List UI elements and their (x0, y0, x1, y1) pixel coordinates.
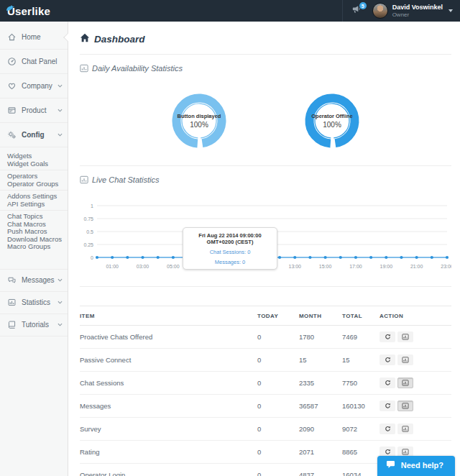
sidebar-item-statistics[interactable]: Statistics (0, 292, 68, 314)
chart-data-point[interactable] (324, 256, 327, 259)
chevron-down-icon (58, 108, 63, 113)
submenu-group: OperatorsOperator Groups (0, 170, 68, 191)
divider (80, 54, 451, 55)
sidebar-item-home[interactable]: Home (0, 25, 68, 50)
refresh-button[interactable] (380, 331, 395, 342)
sidebar-item-label: Config (22, 131, 45, 139)
x-axis-tick-label: 05:00 (167, 264, 180, 269)
cell-total: 7469 (342, 326, 380, 349)
chart-button[interactable] (397, 354, 413, 365)
x-axis-tick-label: 21:00 (410, 264, 423, 269)
submenu-group: Chat TopicsChat MacrosPush MacrosDownloa… (0, 211, 68, 253)
cell-total: 9072 (342, 418, 380, 441)
home-icon (80, 33, 90, 45)
x-axis-tick-label: 23:00 (441, 264, 451, 269)
table-row-proactive-chats-offered: Proactive Chats Offered017807469 (80, 326, 451, 349)
submenu-item-api-settings[interactable]: API Settings (7, 201, 60, 209)
sidebar-item-messages[interactable]: Messages (0, 270, 68, 292)
sidebar-item-tutorials[interactable]: Tutorials (0, 314, 68, 337)
donut-chart-button-displayed[interactable]: Button displayed 100% (170, 92, 228, 150)
cell-today: 0 (257, 441, 299, 464)
chart-data-point[interactable] (96, 256, 98, 259)
userlike-logo[interactable]: Userlike (7, 5, 50, 17)
submenu-item-operators[interactable]: Operators (7, 173, 60, 180)
chat-bubbles-icon (7, 275, 17, 285)
chart-button[interactable] (397, 401, 413, 411)
cell-item: Passive Connect (80, 349, 257, 372)
page-title: Dashboard (80, 33, 451, 45)
chart-button[interactable] (397, 424, 413, 434)
section-live-chat: Live Chat Statistics (80, 175, 451, 184)
sidebar-item-label: Statistics (22, 298, 50, 306)
table-row-survey: Survey020909072 (80, 418, 451, 441)
sidebar-item-product[interactable]: Product (0, 99, 68, 123)
chart-data-point[interactable] (369, 256, 372, 259)
y-axis-tick-label: 0.75 (83, 216, 93, 221)
chart-data-point[interactable] (157, 256, 160, 259)
donut-ring (303, 92, 361, 152)
chart-data-point[interactable] (172, 256, 175, 259)
refresh-button[interactable] (380, 401, 395, 411)
chart-button[interactable] (397, 331, 413, 342)
user-menu[interactable]: David Voswinkel Owner (369, 3, 460, 19)
refresh-button[interactable] (380, 377, 395, 388)
need-help-button[interactable]: Need help? (377, 456, 455, 476)
x-axis-tick-label: 13:00 (288, 264, 301, 269)
y-axis-tick-label: 0.25 (83, 242, 93, 247)
submenu-item-addons-settings[interactable]: Addons Settings (7, 193, 60, 201)
chart-data-point[interactable] (446, 256, 448, 259)
home-icon (7, 32, 17, 42)
x-axis-tick-label: 01:00 (106, 264, 119, 269)
cell-total: 15 (342, 349, 380, 372)
column-header-action: ACTION (380, 306, 451, 326)
cell-today: 0 (257, 395, 299, 418)
submenu-item-widgets[interactable]: Widgets (7, 152, 60, 160)
sidebar-item-config[interactable]: Config (0, 123, 68, 147)
chart-data-point[interactable] (385, 256, 387, 259)
refresh-button[interactable] (380, 424, 395, 434)
chart-data-point[interactable] (278, 256, 281, 259)
refresh-button[interactable] (380, 354, 395, 365)
chart-data-point[interactable] (415, 256, 418, 259)
sidebar-item-chat-panel[interactable]: Chat Panel (0, 50, 68, 74)
submenu-item-widget-goals[interactable]: Widget Goals (7, 160, 60, 168)
column-header-month: MONTH (299, 306, 342, 326)
chart-data-point[interactable] (339, 256, 342, 259)
submenu-item-push-macros[interactable]: Push Macros (7, 228, 60, 236)
cell-item: Operator Login (80, 464, 257, 476)
chevron-down-icon (448, 9, 453, 12)
cell-actions (380, 349, 451, 372)
chart-data-point[interactable] (431, 256, 433, 259)
chart-data-point[interactable] (354, 256, 357, 259)
table-row-messages: Messages036587160130 (80, 395, 451, 418)
chart-tooltip: Fri Aug 22 2014 09:00:00 GMT+0200 (CEST)… (183, 227, 277, 270)
chart-data-point[interactable] (141, 256, 144, 259)
table-header-row: ITEMTODAYMONTHTOTALACTION (80, 306, 451, 326)
heart-icon (7, 81, 17, 91)
donut-chart-operator-offline[interactable]: Operator Offline 100% (303, 92, 361, 150)
cell-month: 2335 (299, 372, 342, 395)
x-axis-tick-label: 15:00 (319, 264, 332, 269)
chevron-down-icon (58, 322, 63, 327)
chart-data-point[interactable] (308, 256, 311, 259)
cell-today: 0 (257, 464, 299, 476)
sidebar-item-company[interactable]: Company (0, 74, 68, 99)
live-chat-chart[interactable]: 10.750.50.25001:0003:0005:0007:0009:0011… (80, 196, 451, 279)
submenu-item-macro-groups[interactable]: Macro Groups (7, 243, 60, 251)
cell-today: 0 (257, 326, 299, 349)
submenu-group: WidgetsWidget Goals (0, 150, 68, 170)
config-submenu: WidgetsWidget GoalsOperatorsOperator Gro… (0, 147, 68, 270)
cell-actions (380, 326, 451, 349)
chart-data-point[interactable] (126, 256, 129, 259)
chart-data-point[interactable] (111, 256, 114, 259)
divider (80, 165, 451, 166)
submenu-item-chat-topics[interactable]: Chat Topics (7, 213, 60, 221)
announcements-button[interactable]: 5 (342, 0, 369, 22)
section-daily-availability: Daily Availability Statistics (80, 64, 451, 73)
chart-data-point[interactable] (400, 256, 402, 259)
cell-actions (380, 395, 451, 418)
main-content: Dashboard Daily Availability Statistics … (69, 22, 460, 476)
chart-button[interactable] (397, 377, 413, 388)
submenu-item-operator-groups[interactable]: Operator Groups (7, 180, 60, 188)
chart-data-point[interactable] (293, 256, 296, 259)
